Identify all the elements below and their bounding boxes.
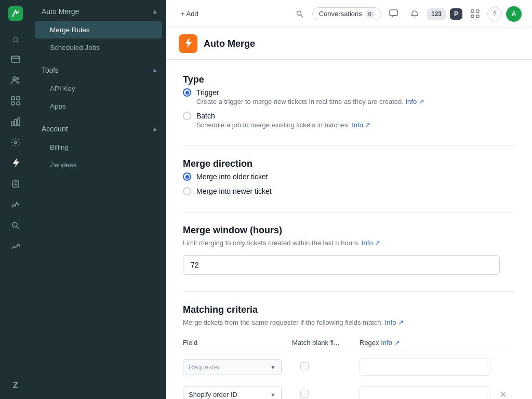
auto-merge-header[interactable]: Auto Merge ▲	[31, 2, 166, 21]
app-logo[interactable]	[6, 4, 25, 23]
table-row: Shopify order ID ▼ ✕	[183, 381, 515, 399]
account-header[interactable]: Account ▲	[31, 119, 166, 138]
sidebar-item-apps[interactable]: Apps	[35, 98, 162, 115]
sidebar-item-merge-rules[interactable]: Merge Rules	[35, 21, 162, 38]
svg-rect-0	[8, 6, 23, 21]
regex-cell-requester	[360, 353, 497, 381]
zendesk-icon[interactable]: Z	[6, 376, 25, 395]
field-select-shopify[interactable]: Shopify order ID ▼	[183, 387, 282, 399]
svg-rect-1	[11, 56, 20, 62]
matching-criteria-title: Matching criteria	[183, 304, 515, 315]
search-rail-icon[interactable]	[6, 216, 25, 235]
remove-cell-shopify: ✕	[497, 381, 515, 399]
regex-info-link[interactable]: Info ↗	[381, 339, 400, 347]
trigger-label[interactable]: Trigger	[183, 88, 515, 97]
blank-checkbox-requester[interactable]	[300, 362, 309, 370]
auto-merge-label: Auto Merge	[42, 7, 79, 16]
tools-label: Tools	[42, 66, 59, 74]
activity-icon[interactable]	[6, 195, 25, 214]
batch-radio[interactable]	[183, 112, 191, 120]
merge-direction-section: Merge direction Merge into older ticket …	[183, 158, 515, 195]
help-button[interactable]: ?	[487, 7, 502, 21]
chart-bar-icon[interactable]	[6, 112, 25, 131]
newer-option: Merge into newer ticket	[183, 187, 515, 195]
top-bar-actions: Conversations 0 123 P ? A	[291, 6, 522, 22]
page-header: Auto Merge	[166, 28, 532, 60]
sidebar-item-zendesk[interactable]: Zendesk	[35, 156, 162, 174]
trigger-option: Trigger Create a trigger to merge new ti…	[183, 88, 515, 105]
top-bar: + Add Conversations 0 123 P ? A	[166, 0, 532, 28]
remove-button-shopify[interactable]: ✕	[497, 389, 509, 400]
field-select-requester[interactable]: Requester ▼	[183, 359, 282, 375]
blank-cell-shopify	[292, 381, 360, 399]
svg-rect-6	[11, 102, 15, 105]
grid-icon[interactable]	[6, 91, 25, 110]
user-avatar[interactable]: A	[506, 6, 522, 22]
regex-input-shopify[interactable]	[360, 386, 490, 399]
p-badge[interactable]: P	[450, 8, 462, 20]
number-badge[interactable]: 123	[427, 8, 446, 20]
search-button[interactable]	[291, 6, 308, 22]
older-radio[interactable]	[183, 172, 191, 181]
svg-rect-12	[12, 181, 19, 187]
svg-point-14	[297, 11, 301, 15]
newer-radio[interactable]	[183, 187, 191, 195]
regex-input-requester[interactable]	[360, 358, 490, 376]
divider-3	[183, 291, 515, 292]
matching-criteria-info-link[interactable]: Info ↗	[385, 318, 404, 326]
auto-merge-section: Auto Merge ▲ Merge Rules Scheduled Jobs	[31, 0, 166, 59]
svg-rect-9	[15, 119, 17, 126]
blank-cell-requester	[292, 353, 360, 381]
type-title: Type	[183, 74, 515, 85]
svg-point-11	[15, 141, 17, 144]
sidebar-item-billing[interactable]: Billing	[35, 139, 162, 156]
svg-rect-4	[11, 97, 15, 100]
table-row: Requester ▼	[183, 353, 515, 381]
merge-window-info-link[interactable]: Info ↗	[362, 239, 380, 247]
chevron-down-icon: ▼	[270, 392, 276, 398]
trigger-desc: Create a trigger to merge new tickets in…	[196, 98, 515, 105]
merge-window-input[interactable]	[183, 255, 500, 275]
field-cell-requester: Requester ▼	[183, 353, 292, 381]
trigger-radio[interactable]	[183, 88, 191, 97]
batch-info-link[interactable]: Info ↗	[352, 121, 370, 129]
chevron-down-icon: ▼	[270, 364, 276, 370]
sidebar-item-api-key[interactable]: API Key	[35, 80, 162, 97]
newer-label[interactable]: Merge into newer ticket	[183, 187, 515, 195]
svg-rect-18	[471, 15, 474, 18]
tools-section: Tools ▲ API Key Apps	[31, 59, 166, 117]
older-option: Merge into older ticket	[183, 172, 515, 181]
older-label[interactable]: Merge into older ticket	[183, 172, 515, 181]
merge-window-section: Merge window (hours) Limit merging to on…	[183, 225, 515, 275]
svg-rect-5	[17, 97, 20, 100]
type-section: Type Trigger Create a trigger to merge n…	[183, 74, 515, 129]
batch-label[interactable]: Batch	[183, 112, 515, 120]
merge-window-title: Merge window (hours)	[183, 225, 515, 236]
trigger-info-link[interactable]: Info ↗	[405, 98, 424, 105]
tools-header[interactable]: Tools ▲	[31, 61, 166, 79]
people-icon[interactable]	[6, 71, 25, 89]
svg-rect-19	[476, 15, 479, 18]
divider-1	[183, 145, 515, 146]
icon-rail: ⌂ Z	[0, 0, 31, 399]
apps-grid-icon[interactable]	[467, 6, 483, 22]
account-chevron: ▲	[152, 125, 158, 132]
settings-icon[interactable]	[6, 133, 25, 152]
svg-rect-8	[11, 122, 14, 126]
field-cell-shopify: Shopify order ID ▼	[183, 381, 292, 399]
lightning-icon[interactable]	[6, 154, 25, 172]
add-button[interactable]: + Add	[177, 8, 203, 20]
plugin-icon[interactable]	[6, 175, 25, 193]
inbox-icon[interactable]	[6, 50, 25, 69]
divider-2	[183, 212, 515, 212]
trending-icon[interactable]	[6, 237, 25, 256]
blank-checkbox-shopify[interactable]	[300, 390, 309, 398]
col-header-blank: Match blank fi...	[292, 335, 360, 353]
home-icon[interactable]: ⌂	[6, 29, 25, 48]
bell-icon[interactable]	[406, 6, 423, 22]
chat-icon[interactable]	[385, 6, 402, 22]
sidebar-item-scheduled-jobs[interactable]: Scheduled Jobs	[35, 39, 162, 56]
svg-rect-16	[471, 10, 474, 12]
criteria-table: Field Match blank fi... Regex Info ↗	[183, 335, 515, 399]
conversations-button[interactable]: Conversations 0	[312, 7, 381, 20]
